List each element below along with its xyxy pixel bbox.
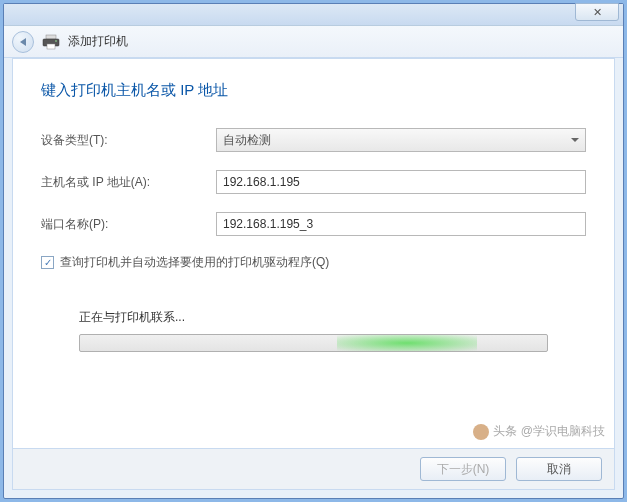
row-host: 主机名或 IP 地址(A): xyxy=(41,170,586,194)
host-input[interactable] xyxy=(216,170,586,194)
svg-rect-0 xyxy=(46,35,56,39)
back-arrow-icon xyxy=(20,38,26,46)
port-label: 端口名称(P): xyxy=(41,216,216,233)
row-query-checkbox: ✓ 查询打印机并自动选择要使用的打印机驱动程序(Q) xyxy=(41,254,586,271)
device-type-label: 设备类型(T): xyxy=(41,132,216,149)
cancel-button-label: 取消 xyxy=(547,461,571,478)
titlebar: ✕ xyxy=(4,4,623,26)
row-port: 端口名称(P): xyxy=(41,212,586,236)
progress-section: 正在与打印机联系... xyxy=(41,309,586,352)
device-type-select[interactable]: 自动检测 xyxy=(216,128,586,152)
back-button[interactable] xyxy=(12,31,34,53)
close-button[interactable]: ✕ xyxy=(575,3,619,21)
button-bar: 下一步(N) 取消 xyxy=(12,448,615,490)
header-title: 添加打印机 xyxy=(68,33,128,50)
query-checkbox[interactable]: ✓ xyxy=(41,256,54,269)
printer-icon xyxy=(42,34,60,50)
progress-label: 正在与打印机联系... xyxy=(79,309,548,326)
svg-point-3 xyxy=(55,40,57,42)
device-type-value: 自动检测 xyxy=(223,132,271,149)
port-input[interactable] xyxy=(216,212,586,236)
host-label: 主机名或 IP 地址(A): xyxy=(41,174,216,191)
row-device-type: 设备类型(T): 自动检测 xyxy=(41,128,586,152)
progress-bar xyxy=(79,334,548,352)
next-button-label: 下一步(N) xyxy=(437,461,490,478)
content-area: 键入打印机主机名或 IP 地址 设备类型(T): 自动检测 主机名或 IP 地址… xyxy=(12,58,615,448)
page-title: 键入打印机主机名或 IP 地址 xyxy=(41,81,586,100)
cancel-button[interactable]: 取消 xyxy=(516,457,602,481)
query-checkbox-label: 查询打印机并自动选择要使用的打印机驱动程序(Q) xyxy=(60,254,329,271)
dialog-window: ✕ 添加打印机 键入打印机主机名或 IP 地址 设备类型(T): 自动检测 xyxy=(3,3,624,499)
header-bar: 添加打印机 xyxy=(4,26,623,58)
close-icon: ✕ xyxy=(593,6,602,19)
next-button[interactable]: 下一步(N) xyxy=(420,457,506,481)
chevron-down-icon xyxy=(571,138,579,142)
watermark-text: 头条 @学识电脑科技 xyxy=(493,423,605,440)
progress-glow xyxy=(337,335,477,351)
watermark: 头条 @学识电脑科技 xyxy=(473,423,605,440)
svg-rect-2 xyxy=(47,44,55,49)
watermark-avatar xyxy=(473,424,489,440)
